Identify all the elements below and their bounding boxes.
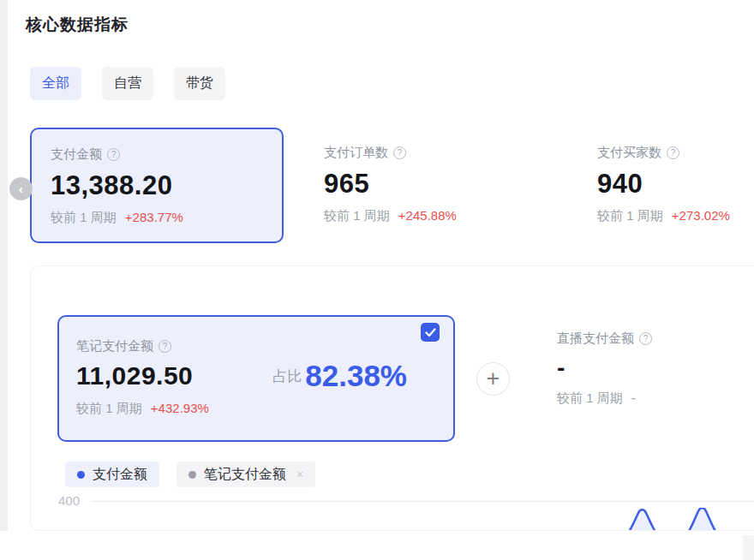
metric-value: 965 [324,169,538,200]
compare-label: 较前 1 周期 [597,208,663,223]
chart-legend: 支付金额 笔记支付金额 × [65,462,315,487]
page-left-edge [0,0,8,531]
metric-compare: 较前 1 周期 - [557,390,745,407]
tab-label: 全部 [42,74,69,92]
page-title: 核心数据指标 [26,14,129,36]
plus-icon: + [487,367,500,390]
metric-compare: 较前 1 周期 +432.93% [76,401,436,417]
metric-compare: 较前 1 周期 +273.02% [597,208,754,224]
ratio-block: 占比 82.38% [272,360,436,390]
add-metric-button[interactable]: + [476,362,510,396]
metric-label: 支付买家数 [597,145,661,161]
help-icon[interactable]: ? [393,146,406,159]
metric-value: 13,388.20 [51,170,263,201]
legend-dot-gray [188,471,196,479]
metric-label: 笔记支付金额 [76,338,153,354]
compare-label: 较前 1 周期 [557,390,623,405]
tab-affiliate[interactable]: 带货 [174,67,225,100]
legend-item-payment-amount[interactable]: 支付金额 [65,462,159,487]
help-icon[interactable]: ? [639,332,652,345]
metric-card-order-count[interactable]: 支付订单数 ? 965 较前 1 周期 +245.88% [324,129,538,224]
line-chart-partial [31,508,754,531]
compare-label: 较前 1 周期 [324,208,390,223]
close-icon[interactable]: × [296,468,303,481]
note-payment-checkbox[interactable] [421,323,440,342]
ratio-label: 占比 [272,366,302,386]
scope-tabs: 全部 自营 带货 [30,67,225,100]
metric-label: 支付订单数 [324,145,388,161]
help-icon[interactable]: ? [159,340,171,353]
change-badge: +283.77% [125,210,183,224]
legend-label: 笔记支付金额 [204,466,286,484]
help-icon[interactable]: ? [667,146,679,159]
legend-dot-blue [77,471,85,479]
compare-label: 较前 1 周期 [51,210,117,224]
tab-all[interactable]: 全部 [30,67,81,100]
help-icon[interactable]: ? [107,148,120,161]
check-icon [425,328,436,337]
breakdown-card-live-payment[interactable]: 直播支付金额 ? - 较前 1 周期 - [557,331,745,407]
legend-item-note-payment-amount[interactable]: 笔记支付金额 × [177,462,315,487]
carousel-prev-button[interactable]: ‹ [9,177,33,200]
metric-value: 940 [597,169,754,200]
metric-card-buyer-count[interactable]: 支付买家数 ? 940 较前 1 周期 +273.02% [597,129,754,224]
breakdown-chart-panel: 笔记支付金额 ? 11,029.50 占比 82.38% 较前 1 周期 +43… [30,265,754,531]
tab-label: 自营 [114,74,141,92]
breakdown-card-note-payment[interactable]: 笔记支付金额 ? 11,029.50 占比 82.38% 较前 1 周期 +43… [57,315,455,442]
compare-label: 较前 1 周期 [76,401,142,415]
metric-compare: 较前 1 周期 +245.88% [324,208,538,224]
metric-label: 直播支付金额 [557,331,634,347]
metric-value: - [557,354,745,382]
change-badge: - [631,390,636,405]
tab-self-operated[interactable]: 自营 [102,67,153,100]
legend-label: 支付金额 [93,466,147,484]
change-badge: +245.88% [398,208,457,223]
change-badge: +432.93% [151,401,209,415]
chart-gridline [91,501,754,502]
ratio-value: 82.38% [305,360,407,390]
tab-label: 带货 [186,74,213,92]
metric-label: 支付金额 [51,146,102,163]
change-badge: +273.02% [672,208,730,223]
y-axis-tick: 400 [58,493,80,508]
metric-compare: 较前 1 周期 +283.77% [51,210,263,226]
chevron-left-icon: ‹ [19,182,23,196]
scrollbar-thumb[interactable] [743,535,754,560]
metric-value: 11,029.50 [76,361,193,390]
metric-card-payment-amount[interactable]: 支付金额 ? 13,388.20 较前 1 周期 +283.77% [30,128,284,243]
